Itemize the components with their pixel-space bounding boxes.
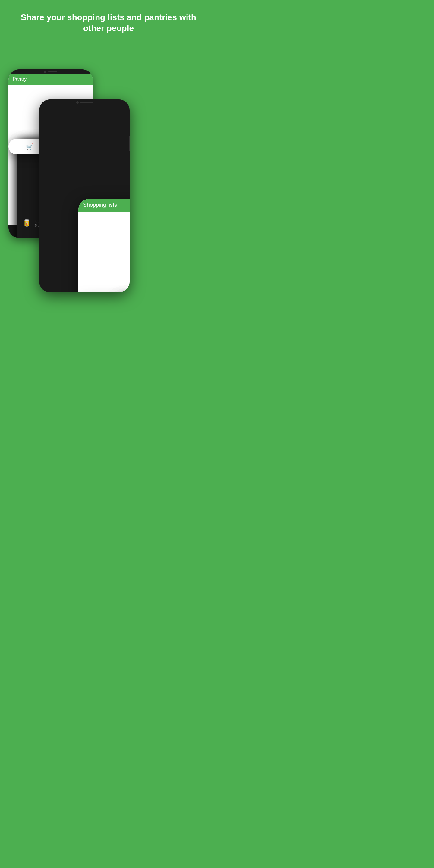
- phone-front: 17:01 🔲 ☾ ✱ ⊙ VPN ▐▌ ▲ 🔋 Shopping lists: [39, 99, 130, 292]
- canned-food-icon: 🥫: [21, 218, 32, 228]
- back-app-title: Pantry: [13, 76, 27, 82]
- hero-title: Share your shopping lists and pantries w…: [0, 0, 217, 40]
- cart-nav-icon[interactable]: 🛒: [26, 143, 33, 150]
- front-app-title: Shopping lists: [83, 202, 117, 208]
